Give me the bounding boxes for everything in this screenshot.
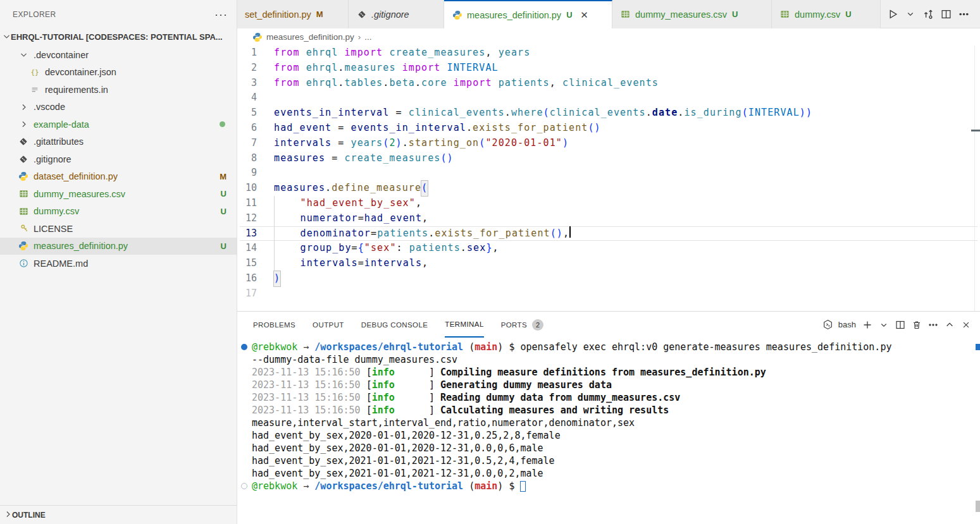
breadcrumb[interactable]: measures_definition.py › ... [237,28,980,46]
code-token: clinical_events [550,106,646,121]
kill-terminal-button[interactable] [909,317,924,332]
command-decoration-filled[interactable] [241,344,247,350]
csv-icon [779,9,790,20]
line-number: 9 [237,166,274,181]
terminal-token: had_event_by_sex,2020-01-01,2020-12-31,0… [252,442,543,454]
explorer-item--gitattributes[interactable]: .gitattributes [0,133,237,151]
explorer-item--devcontainer[interactable]: .devcontainer [0,46,237,64]
panel-tab-output[interactable]: OUTPUT [313,312,344,338]
line-number: 7 [237,136,274,151]
tab-dummy-csv[interactable]: dummy.csvU [772,0,881,28]
code-token: beta [389,76,415,91]
code-token: define_measure [332,181,421,196]
tab--gitignore[interactable]: .gitignore [349,0,444,28]
split-terminal-button[interactable] [893,317,908,332]
explorer-item-devcontainer-json[interactable]: {}devcontainer.json [0,64,237,82]
code-line-11[interactable]: 11 "had_event_by_sex", [237,196,980,211]
python-icon [18,240,29,252]
run-dropdown-chevron-icon[interactable] [903,6,918,21]
close-panel-icon[interactable] [958,317,974,332]
code-line-8[interactable]: 8measures = create_measures() [237,151,980,166]
code-line-4[interactable]: 4 [237,90,980,106]
panel-tab-ports[interactable]: PORTS2 [501,312,543,338]
explorer-item-dummy-measures-csv[interactable]: dummy_measures.csvU [0,185,237,203]
terminal-line: @rebkwok → /workspaces/ehrql-tutorial (m… [237,480,980,492]
code-line-12[interactable]: 12 numerator=had_event, [237,211,980,226]
close-icon[interactable]: ✕ [579,9,590,21]
terminal-profile-chevron-icon[interactable] [876,317,891,332]
outline-section-header[interactable]: OUTLINE [0,505,237,524]
explorer-item--vscode[interactable]: .vscode [0,99,237,116]
code-token: , [422,256,428,271]
code-line-6[interactable]: 6had_event = events_in_interval.exists_f… [237,121,980,136]
explorer-item-readme-md[interactable]: README.md [0,255,237,272]
code-token: "sex" [364,241,397,256]
bottom-panel: PROBLEMSOUTPUTDEBUG CONSOLETERMINALPORTS… [237,311,980,524]
code-token: events_in_interval [274,106,389,121]
open-changes-icon[interactable] [921,6,936,21]
code-token: () [550,226,563,241]
explorer-root-folder[interactable]: EHRQL-TUTORIAL [CODESPACES: POTENTIAL SP… [0,29,237,45]
code-line-13[interactable]: 13 denominator=patients.exists_for_patie… [237,226,980,241]
csv-icon [620,9,631,20]
explorer-item-label: devcontainer.json [45,67,116,77]
tab-measures-definition-py[interactable]: measures_definition.pyU✕ [444,0,612,28]
terminal-token: 2023-11-13 15:16:50 [252,392,366,403]
maximize-panel-icon[interactable] [942,317,957,332]
code-token: . [383,76,389,91]
code-line-5[interactable]: 5events_in_interval = clinical_events.wh… [237,106,980,121]
code-line-9[interactable]: 9 [237,166,980,181]
code-token: date [652,106,678,121]
explorer-item-measures-definition-py[interactable]: measures_definition.pyU [0,238,237,255]
code-token: group_by [301,241,352,256]
tab-dummy-measures-csv[interactable]: dummy_measures.csvU [612,0,772,28]
code-line-16[interactable]: 16) [237,271,980,286]
code-token: clinical_events [562,76,659,91]
terminal-token: had_event_by_sex,2021-01-01,2021-12-31,0… [252,455,555,466]
more-actions-icon[interactable] [956,6,971,21]
panel-tab-terminal[interactable]: TERMINAL [445,312,483,338]
tab-label: .gitignore [371,9,409,20]
code-token: had_event [274,121,332,136]
terminal-cursor [520,481,526,492]
code-token: ehrql [306,46,338,61]
code-line-15[interactable]: 15 intervals=intervals, [237,256,980,271]
new-terminal-button[interactable] [860,317,875,332]
tab-set-definition-py[interactable]: set_definition.pyM [237,0,349,28]
split-editor-button[interactable] [938,6,953,21]
code-line-3[interactable]: 3from ehrql.tables.beta.core import pati… [237,76,980,91]
breadcrumb-more[interactable]: ... [364,32,371,42]
explorer-item-requirements-in[interactable]: requirements.in [0,81,237,99]
explorer-item-example-data[interactable]: example-data [0,116,237,133]
code-line-10[interactable]: 10measures.define_measure( [237,181,980,196]
code-token: ehrql [306,76,338,91]
run-python-file-button[interactable] [885,6,900,21]
terminal-token: @rebkwok [252,341,297,353]
code-line-17[interactable]: 17 [237,286,980,302]
code-line-7[interactable]: 7intervals = years(2).starting_on("2020-… [237,136,980,151]
panel-tab-debug-console[interactable]: DEBUG CONSOLE [361,312,428,338]
terminal[interactable]: @rebkwok → /workspaces/ehrql-tutorial (m… [237,338,980,524]
code-line-14[interactable]: 14 group_by={"sex": patients.sex}, [237,241,980,256]
editor-tab-bar: set_definition.pyM.gitignoremeasures_def… [237,0,980,28]
code-editor[interactable]: 1from ehrql import create_measures, year… [237,46,980,311]
line-number: 13 [237,226,274,241]
terminal-token: had_event_by_sex,2020-01-01,2020-12-31,0… [252,430,561,441]
panel-tab-problems[interactable]: PROBLEMS [253,312,295,338]
explorer-item--gitignore[interactable]: .gitignore [0,150,237,168]
git-status-badge: U [221,189,226,198]
code-token [274,196,301,211]
explorer-item-license[interactable]: LICENSE [0,220,237,238]
breadcrumb-file[interactable]: measures_definition.py [266,32,354,42]
tab-label: set_definition.py [245,9,311,20]
explorer-item-dataset-definition-py[interactable]: dataset_definition.pyM [0,168,237,186]
code-line-2[interactable]: 2from ehrql.measures import INTERVAL [237,61,980,76]
shell-label[interactable]: bash [838,320,856,329]
panel-more-actions-icon[interactable] [926,317,941,332]
explorer-more-icon[interactable]: ··· [214,8,228,21]
code-line-1[interactable]: 1from ehrql import create_measures, year… [237,46,980,61]
explorer-item-dummy-csv[interactable]: dummy.csvU [0,203,237,221]
terminal-token [309,341,314,353]
command-decoration-hollow[interactable] [241,483,247,489]
code-token: tables [344,76,383,91]
